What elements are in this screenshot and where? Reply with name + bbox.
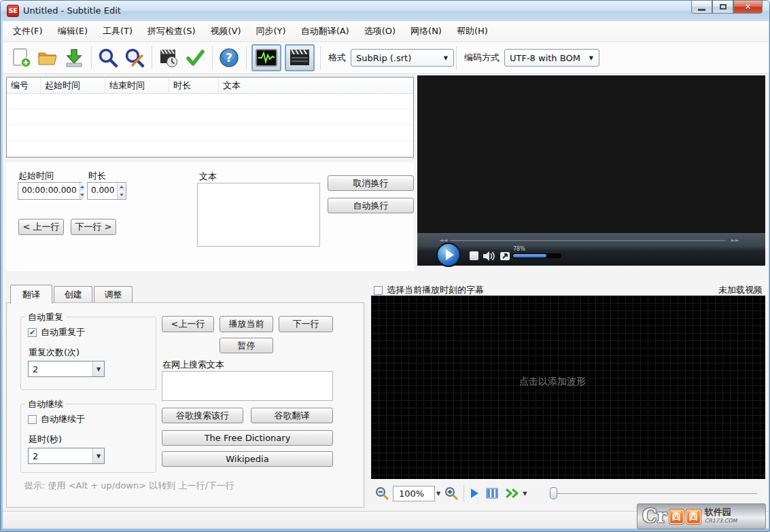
- play-button[interactable]: [436, 243, 461, 267]
- column-header-end-time[interactable]: 结束时间: [105, 77, 169, 94]
- auto-break-button[interactable]: 自动换行: [328, 198, 414, 213]
- google-search-line-button[interactable]: 谷歌搜索该行: [162, 408, 243, 423]
- spin-up-icon[interactable]: [118, 183, 126, 191]
- toggle-waveform-button[interactable]: [251, 44, 281, 71]
- save-file-button[interactable]: [63, 46, 86, 69]
- minimize-button[interactable]: [691, 1, 712, 14]
- auto-repeat-checkbox[interactable]: ✔: [28, 328, 37, 337]
- toggle-video-button[interactable]: [285, 44, 315, 71]
- new-file-button[interactable]: [10, 46, 33, 69]
- menu-item-file[interactable]: 文件(F): [5, 21, 50, 41]
- zoom-out-icon[interactable]: [375, 486, 389, 500]
- chevron-down-icon[interactable]: ▼: [92, 361, 104, 376]
- spin-down-icon[interactable]: [118, 191, 126, 199]
- free-dictionary-button[interactable]: The Free Dictionary: [162, 430, 333, 446]
- menu-item-auto-translate[interactable]: 自动翻译(A): [294, 21, 357, 41]
- spin-up-icon[interactable]: [80, 183, 84, 191]
- column-header-number[interactable]: 编号: [7, 77, 41, 94]
- watermark-brand-box: 西: [669, 510, 684, 524]
- subtitle-list[interactable]: 编号 起始时间 结束时间 时长 文本: [6, 77, 414, 158]
- previous-line-button[interactable]: < 上一行: [18, 219, 64, 235]
- waveform-display[interactable]: 点击以添加波形: [371, 296, 765, 479]
- auto-continue-checkbox-row[interactable]: 自动继续于: [28, 413, 85, 425]
- stop-button[interactable]: [470, 251, 478, 260]
- seek-bar[interactable]: [450, 240, 726, 241]
- list-header: 编号 起始时间 结束时间 时长 文本: [7, 77, 413, 94]
- tab-adjust[interactable]: 调整: [94, 286, 133, 303]
- column-header-start-time[interactable]: 起始时间: [41, 77, 105, 94]
- table-row[interactable]: [7, 141, 413, 156]
- close-button[interactable]: ✕: [733, 1, 763, 14]
- menu-item-options[interactable]: 选项(O): [357, 21, 403, 41]
- auto-repeat-checkbox-row[interactable]: ✔ 自动重复于: [28, 326, 85, 338]
- delay-select[interactable]: 2 ▼: [28, 448, 105, 464]
- spell-check-button[interactable]: [183, 46, 207, 69]
- open-file-button[interactable]: [36, 46, 59, 69]
- pause-button[interactable]: 暂停: [220, 338, 273, 353]
- help-button[interactable]: ?: [217, 46, 241, 69]
- scene-columns-icon[interactable]: [486, 488, 498, 499]
- wikipedia-button[interactable]: Wikipedia: [162, 451, 333, 467]
- slider-thumb[interactable]: [550, 487, 557, 499]
- chevron-down-icon[interactable]: ▼: [436, 491, 440, 497]
- web-search-input[interactable]: [162, 371, 333, 401]
- title-bar[interactable]: SE Untitled - Subtitle Edit ✕: [1, 1, 770, 21]
- repeat-count-label: 重复次数(次): [29, 347, 80, 359]
- menu-item-spell-check[interactable]: 拼写检查(S): [140, 21, 203, 41]
- menu-item-networking[interactable]: 网络(N): [403, 21, 449, 41]
- auto-repeat-group-label: 自动重复: [25, 311, 66, 323]
- volume-icon[interactable]: [483, 251, 496, 262]
- fast-forward-icon[interactable]: [505, 489, 520, 498]
- tab-translate[interactable]: 翻译: [10, 285, 52, 304]
- previous-line-button[interactable]: <上一行: [162, 316, 214, 332]
- select-current-subtitle-row[interactable]: 选择当前播放时刻的字幕: [374, 284, 484, 296]
- spin-down-icon[interactable]: [80, 191, 84, 199]
- volume-slider[interactable]: [512, 253, 561, 258]
- format-select[interactable]: SubRip (.srt) ▼: [351, 49, 454, 67]
- menu-item-synchronization[interactable]: 同步(Y): [249, 21, 294, 41]
- separator: [463, 485, 464, 501]
- select-current-subtitle-checkbox[interactable]: [374, 286, 383, 295]
- auto-repeat-group: 自动重复 ✔ 自动重复于 重复次数(次) 2 ▼: [20, 317, 156, 390]
- start-time-spinner[interactable]: 00:00:00.000: [18, 182, 82, 200]
- video-display[interactable]: [417, 75, 765, 233]
- menu-item-edit[interactable]: 编辑(E): [50, 21, 95, 41]
- subtitle-text-input[interactable]: [197, 183, 320, 247]
- chevron-down-icon[interactable]: ▼: [92, 448, 104, 463]
- table-row[interactable]: [7, 109, 413, 125]
- play-waveform-icon[interactable]: [470, 488, 479, 499]
- video-icon: [289, 49, 311, 67]
- toolbar-separator: [456, 46, 457, 69]
- duration-spinner[interactable]: 0.000: [87, 182, 126, 200]
- encoding-select[interactable]: UTF-8 with BOM ▼: [504, 49, 599, 67]
- menu-item-help[interactable]: 帮助(H): [449, 21, 495, 41]
- play-icon: [446, 249, 454, 260]
- next-line-button[interactable]: 下一行 >: [71, 219, 116, 235]
- chevron-down-icon[interactable]: ▼: [523, 491, 527, 497]
- replace-icon: [124, 47, 145, 69]
- maximize-button[interactable]: [712, 1, 733, 14]
- tab-create[interactable]: 创建: [54, 286, 92, 303]
- column-header-duration[interactable]: 时长: [169, 77, 219, 94]
- repeat-count-select[interactable]: 2 ▼: [28, 361, 105, 377]
- replace-button[interactable]: [123, 46, 146, 69]
- auto-continue-checkbox[interactable]: [28, 415, 37, 424]
- visual-sync-button[interactable]: [157, 46, 180, 69]
- next-line-button[interactable]: 下一行: [279, 316, 333, 332]
- google-translate-button[interactable]: 谷歌翻译: [251, 408, 333, 423]
- menu-item-tools[interactable]: 工具(T): [95, 21, 140, 41]
- zoom-level-select[interactable]: 100%: [393, 486, 435, 501]
- unbreak-button[interactable]: 取消换行: [328, 175, 414, 191]
- seek-forward-icon[interactable]: ►►: [731, 237, 739, 243]
- fullscreen-icon[interactable]: [500, 251, 510, 261]
- watermark-suffix: 软件园: [705, 508, 737, 516]
- column-header-text[interactable]: 文本: [219, 77, 413, 94]
- zoom-in-icon[interactable]: [444, 486, 458, 500]
- find-button[interactable]: [97, 46, 120, 69]
- table-row[interactable]: [7, 94, 413, 109]
- position-slider[interactable]: [550, 493, 757, 494]
- table-row[interactable]: [7, 125, 413, 141]
- delay-label: 延时(秒): [29, 433, 62, 446]
- menu-item-video[interactable]: 视频(V): [203, 21, 248, 41]
- play-current-button[interactable]: 播放当前: [220, 316, 273, 332]
